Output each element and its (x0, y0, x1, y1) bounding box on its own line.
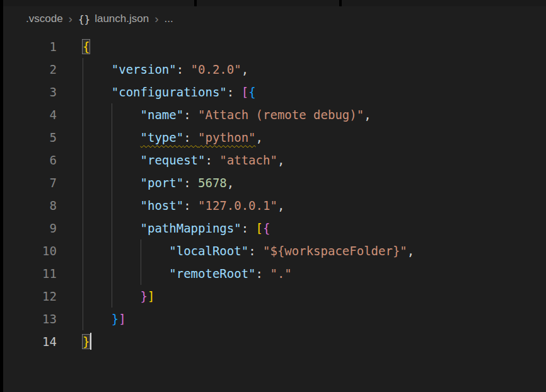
line-number: 14 (3, 330, 57, 353)
code-line-11[interactable]: 11 "remoteRoot": "." (3, 262, 546, 285)
text-cursor (90, 333, 91, 350)
code-content: "port": 5678, (83, 171, 234, 194)
code-content: "configurations": [{ (83, 81, 256, 103)
line-number: 8 (3, 194, 57, 217)
code-line-2[interactable]: 2 "version": "0.2.0", (3, 58, 546, 81)
line-number: 6 (3, 149, 57, 171)
token-key: "host" (141, 199, 184, 212)
line-number: 4 (3, 103, 57, 126)
code-content: "remoteRoot": "." (83, 262, 292, 285)
code-line-4[interactable]: 4 "name": "Attach (remote debug)", (3, 103, 546, 126)
indent-guide (141, 239, 141, 262)
token-key: "request" (141, 153, 206, 167)
token-b3: } (112, 312, 119, 326)
code-line-1[interactable]: 1{ (3, 35, 546, 58)
token-string: "." (270, 267, 291, 280)
line-number: 11 (3, 262, 57, 285)
indent-guide (83, 103, 83, 126)
indent-guide (112, 239, 112, 262)
breadcrumb: .vscode › {} launch.json › ... (3, 6, 546, 32)
tab-partial-2[interactable] (197, 0, 339, 6)
token-punct: , (364, 108, 371, 122)
code-line-12[interactable]: 12 }] (3, 285, 546, 308)
token-key: "name" (141, 108, 184, 122)
token-ws (83, 244, 169, 258)
code-content: "request": "attach", (83, 149, 284, 171)
token-ws (83, 62, 112, 76)
code-content: "version": "0.2.0", (83, 58, 248, 81)
line-number: 13 (3, 308, 57, 330)
indent-guide (83, 58, 83, 81)
code-line-14[interactable]: 14} (3, 330, 546, 353)
indent-guide (83, 194, 83, 217)
tab-partial-3[interactable] (342, 0, 546, 6)
json-file-icon: {} (78, 13, 90, 25)
line-number: 10 (3, 239, 57, 262)
breadcrumb-symbol-ellipsis[interactable]: ... (165, 13, 173, 25)
token-key: "localRoot" (169, 244, 248, 258)
token-key: "pathMappings" (141, 221, 241, 235)
line-number: 12 (3, 285, 57, 308)
code-content: "name": "Attach (remote debug)", (83, 103, 371, 126)
code-content: { (83, 35, 90, 58)
indent-guide (112, 103, 112, 126)
token-punct: , (256, 130, 263, 144)
breadcrumb-folder[interactable]: .vscode (26, 13, 63, 25)
token-punct: : (183, 108, 198, 122)
token-punct: : (177, 62, 191, 76)
token-b1: [ (256, 221, 263, 235)
code-content: } (83, 330, 91, 353)
token-key: "remoteRoot" (169, 267, 255, 280)
line-number: 3 (3, 81, 57, 103)
indent-guide (83, 262, 83, 285)
breadcrumb-file[interactable]: launch.json (95, 13, 149, 25)
indent-guide (83, 285, 83, 308)
matched-bracket: } (83, 335, 90, 349)
token-string: "${workspaceFolder}" (263, 244, 407, 258)
token-string: "Attach (remote debug)" (198, 108, 364, 122)
token-punct: : (183, 176, 198, 190)
token-ws (83, 267, 169, 280)
code-content: "pathMappings": [{ (83, 217, 270, 239)
token-string: "127.0.0.1" (198, 199, 277, 212)
token-punct: , (227, 176, 234, 190)
token-string: "0.2.0" (191, 62, 241, 76)
indent-guide (112, 149, 112, 171)
token-punct: , (407, 244, 414, 258)
token-key: "port" (141, 176, 184, 190)
code-editor[interactable]: 1{2 "version": "0.2.0",3 "configurations… (3, 32, 546, 353)
tab-partial-1[interactable] (3, 0, 194, 6)
line-number: 7 (3, 171, 57, 194)
indent-guide (112, 126, 112, 149)
token-b1: ] (148, 289, 154, 303)
indent-guide (83, 126, 83, 149)
token-b2: { (263, 221, 270, 235)
code-content: "localRoot": "${workspaceFolder}", (83, 239, 414, 262)
token-punct: : (227, 85, 241, 99)
code-line-10[interactable]: 10 "localRoot": "${workspaceFolder}", (3, 239, 546, 262)
token-b3: { (248, 85, 255, 99)
indent-guide (83, 171, 83, 194)
code-line-13[interactable]: 13 }] (3, 308, 546, 330)
token-punct: : (256, 267, 270, 280)
indent-guide (112, 285, 112, 308)
token-key: "type" (141, 130, 184, 144)
line-number: 5 (3, 126, 57, 149)
chevron-right-icon: › (63, 12, 78, 26)
indent-guide (141, 262, 141, 285)
indent-guide (112, 194, 112, 217)
token-key: "version" (112, 62, 177, 76)
token-punct: , (277, 153, 284, 167)
code-line-8[interactable]: 8 "host": "127.0.0.1", (3, 194, 546, 217)
indent-guide (83, 308, 83, 330)
code-line-3[interactable]: 3 "configurations": [{ (3, 81, 546, 103)
indent-guide (112, 262, 112, 285)
token-b2: ] (119, 312, 125, 326)
token-punct: , (241, 62, 248, 76)
chevron-right-icon: › (149, 12, 164, 26)
code-line-6[interactable]: 6 "request": "attach", (3, 149, 546, 171)
code-line-5[interactable]: 5 "type": "python", (3, 126, 546, 149)
code-line-7[interactable]: 7 "port": 5678, (3, 171, 546, 194)
code-line-9[interactable]: 9 "pathMappings": [{ (3, 217, 546, 239)
token-b2: [ (241, 85, 248, 99)
